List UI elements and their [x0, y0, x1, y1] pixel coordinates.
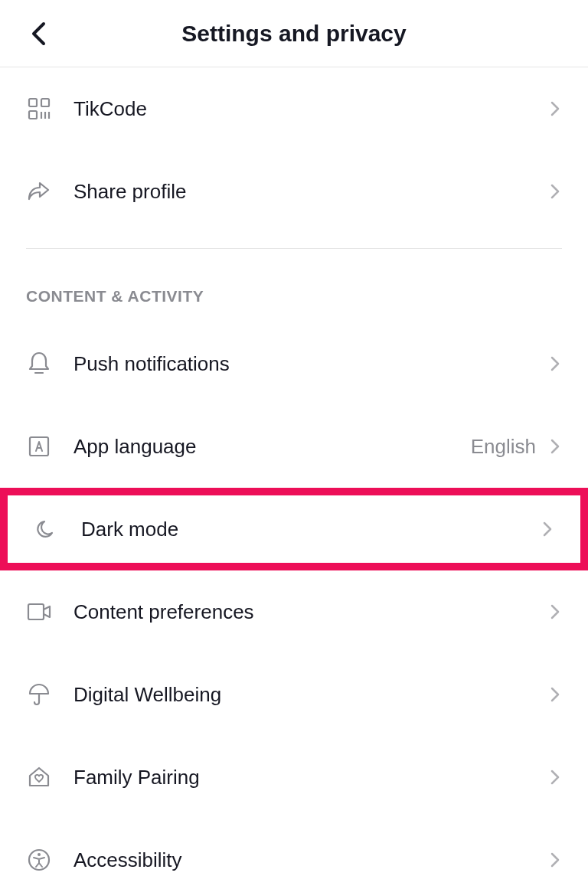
- video-icon: [26, 599, 52, 625]
- settings-item-content-preferences[interactable]: Content preferences: [0, 570, 588, 653]
- settings-list: TikCode Share profile CONTENT & ACTIVITY: [0, 67, 588, 889]
- settings-item-share-profile[interactable]: Share profile: [0, 150, 588, 233]
- bell-icon: [26, 351, 52, 377]
- back-button[interactable]: [23, 18, 54, 49]
- settings-item-tikcode[interactable]: TikCode: [0, 67, 588, 150]
- header: Settings and privacy: [0, 0, 588, 67]
- chevron-right-icon: [548, 770, 562, 784]
- settings-item-digital-wellbeing[interactable]: Digital Wellbeing: [0, 653, 588, 736]
- page-title: Settings and privacy: [23, 21, 565, 47]
- chevron-left-icon: [30, 21, 47, 47]
- chevron-right-icon: [548, 102, 562, 116]
- section-header-content-activity: CONTENT & ACTIVITY: [0, 249, 588, 322]
- svg-rect-2: [29, 111, 37, 119]
- chevron-right-icon: [541, 522, 554, 536]
- chevron-right-icon: [548, 688, 562, 701]
- settings-item-dark-mode[interactable]: Dark mode: [0, 488, 588, 570]
- item-label: Push notifications: [74, 352, 548, 376]
- item-label: TikCode: [74, 97, 548, 121]
- item-label: Share profile: [74, 180, 548, 204]
- svg-rect-8: [28, 604, 44, 619]
- umbrella-icon: [26, 681, 52, 708]
- item-label: Digital Wellbeing: [74, 683, 548, 707]
- svg-point-10: [38, 853, 41, 856]
- item-label: App language: [74, 435, 471, 459]
- chevron-right-icon: [548, 605, 562, 619]
- qrcode-icon: [26, 96, 52, 122]
- item-label: Accessibility: [74, 848, 548, 872]
- item-label: Family Pairing: [74, 766, 548, 789]
- item-value: English: [471, 435, 536, 459]
- chevron-right-icon: [548, 357, 562, 371]
- chevron-right-icon: [548, 440, 562, 453]
- settings-item-accessibility[interactable]: Accessibility: [0, 819, 588, 889]
- accessibility-icon: [26, 847, 52, 873]
- item-label: Dark mode: [81, 518, 541, 541]
- item-label: Content preferences: [74, 600, 548, 624]
- svg-rect-1: [41, 99, 49, 106]
- language-icon: [26, 433, 52, 459]
- home-heart-icon: [26, 764, 52, 790]
- svg-rect-7: [30, 437, 48, 456]
- moon-icon: [34, 516, 60, 542]
- settings-item-push-notifications[interactable]: Push notifications: [0, 322, 588, 405]
- svg-rect-0: [29, 99, 37, 106]
- settings-item-app-language[interactable]: App language English: [0, 405, 588, 488]
- settings-item-family-pairing[interactable]: Family Pairing: [0, 736, 588, 819]
- chevron-right-icon: [548, 853, 562, 867]
- share-icon: [26, 178, 52, 204]
- chevron-right-icon: [548, 185, 562, 198]
